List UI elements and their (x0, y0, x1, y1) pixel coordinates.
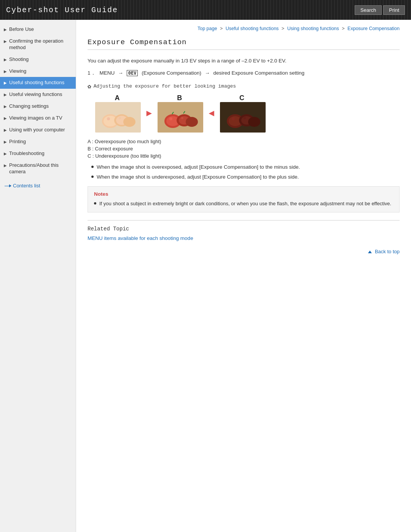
notes-item-1: If you shoot a subject in extremely brig… (94, 200, 393, 208)
notes-box: Notes If you shoot a subject in extremel… (88, 186, 400, 212)
bullet-list: When the image shot is overexposed, adju… (91, 163, 400, 181)
sidebar-label-viewing: Viewing (9, 68, 71, 75)
sidebar-label-shooting: Shooting (9, 56, 71, 63)
sidebar-label-useful-viewing: Useful viewing functions (9, 91, 71, 98)
sidebar: ▶Before Use▶Confirming the operation met… (0, 20, 76, 532)
sidebar-arrow-useful-shooting: ▶ (4, 80, 7, 85)
image-b-label: B (177, 94, 182, 102)
image-a-overexposed (95, 102, 141, 133)
svg-point-5 (123, 117, 135, 127)
breadcrumb-current[interactable]: Exposure Compensation (347, 26, 400, 31)
sidebar-item-viewing-tv[interactable]: ▶Viewing images on a TV (0, 112, 76, 124)
sidebar-arrow-printing: ▶ (4, 139, 7, 144)
step-1: 1． MENU → 0EV (Exposure Compensation) → … (88, 70, 400, 77)
breadcrumb: Top page > Useful shooting functions > U… (88, 26, 400, 31)
intro-text: You can adjust the exposure manually in … (88, 57, 400, 65)
step-arrow1: → (118, 70, 123, 76)
bullet-dot-2 (91, 176, 94, 178)
back-to-top[interactable]: Back to top (88, 249, 400, 254)
sidebar-item-printing[interactable]: ▶Printing (0, 136, 76, 148)
sidebar-label-troubleshooting: Troubleshooting (9, 150, 71, 157)
search-button[interactable]: Search (355, 5, 382, 15)
caption-list: A : Overexposure (too much light) B : Co… (88, 139, 400, 159)
bullet-text-2: When the image shot is underexposed, adj… (97, 173, 299, 181)
demo-arrow-left: ◄ (207, 108, 216, 118)
step-arrow2: → (205, 70, 210, 76)
sidebar-arrow-viewing-tv: ▶ (4, 116, 7, 121)
tip-title: ✿ Adjusting the exposure for better look… (88, 83, 400, 90)
step-menu: MENU (100, 70, 115, 76)
sidebar-label-useful-shooting: Useful shooting functions (9, 80, 71, 86)
breadcrumb-top[interactable]: Top page (198, 26, 217, 31)
back-to-top-label: Back to top (375, 249, 400, 254)
print-button[interactable]: Print (383, 5, 405, 15)
caption-a: A : Overexposure (too much light) (88, 139, 400, 144)
image-c-underexposed (220, 102, 266, 133)
svg-point-14 (169, 117, 172, 120)
sidebar-label-using-computer: Using with your computer (9, 127, 71, 133)
image-c-label: C (239, 94, 244, 102)
app-title: Cyber-shot User Guide (6, 6, 118, 14)
bullet-text-1: When the image shot is overexposed, adju… (97, 163, 300, 171)
sidebar-item-troubleshooting[interactable]: ▶Troubleshooting (0, 148, 76, 160)
page-title-section: Exposure Compensation (88, 38, 400, 50)
sidebar-arrow-precautions: ▶ (4, 163, 7, 168)
tip-icon: ✿ (88, 83, 91, 90)
bullet-item-1: When the image shot is overexposed, adju… (91, 163, 400, 171)
caption-b: B : Correct exposure (88, 146, 400, 152)
sidebar-arrow-shooting: ▶ (4, 57, 7, 62)
breadcrumb-useful-shooting[interactable]: Useful shooting functions (226, 26, 279, 31)
sidebar-label-viewing-tv: Viewing images on a TV (9, 115, 71, 121)
bullet-item-2: When the image shot is underexposed, adj… (91, 173, 400, 181)
tip-text: Adjusting the exposure for better lookin… (94, 83, 236, 89)
contents-list-label: Contents list (13, 183, 40, 189)
svg-point-6 (107, 117, 110, 120)
header-buttons: Search Print (355, 5, 405, 15)
breadcrumb-using-shooting[interactable]: Using shooting functions (287, 26, 339, 31)
svg-point-24 (232, 117, 235, 120)
sidebar-item-useful-shooting[interactable]: ▶Useful shooting functions (0, 77, 76, 89)
step-exposure-label: (Exposure Compensation) (140, 70, 201, 76)
bullet-dot-1 (91, 166, 94, 168)
svg-point-15 (181, 117, 183, 119)
sidebar-arrow-useful-viewing: ▶ (4, 92, 7, 97)
related-link[interactable]: MENU items available for each shooting m… (88, 235, 193, 241)
sidebar-label-before-use: Before Use (9, 26, 71, 33)
svg-point-13 (186, 117, 198, 127)
sidebar-arrow-troubleshooting: ▶ (4, 151, 7, 156)
sidebar-item-changing-settings[interactable]: ▶Changing settings (0, 101, 76, 112)
sidebar-item-before-use[interactable]: ▶Before Use (0, 24, 76, 35)
sidebar-arrow-viewing: ▶ (4, 69, 7, 74)
page-title: Exposure Compensation (88, 38, 400, 46)
sidebar-item-viewing[interactable]: ▶Viewing (0, 66, 76, 77)
sidebar-item-using-computer[interactable]: ▶Using with your computer (0, 124, 76, 136)
sidebar-label-precautions: Precautions/About this camera (9, 162, 71, 175)
svg-point-7 (119, 117, 121, 119)
sidebar-item-precautions[interactable]: ▶Precautions/About this camera (0, 160, 76, 178)
sidebar-item-shooting[interactable]: ▶Shooting (0, 54, 76, 66)
step-icon: 0EV (127, 70, 138, 76)
step-number: 1． (88, 70, 96, 77)
triangle-up-icon (368, 251, 372, 253)
main-content: Top page > Useful shooting functions > U… (76, 20, 411, 532)
demo-arrow-right: ► (145, 108, 154, 118)
sidebar-label-changing-settings: Changing settings (9, 103, 71, 110)
arrow-right-icon (5, 184, 11, 188)
sidebar-item-confirming[interactable]: ▶Confirming the operation method (0, 35, 76, 54)
notes-text-1: If you shoot a subject in extremely brig… (99, 200, 391, 208)
image-demo-row: A ► (95, 94, 400, 133)
svg-point-25 (244, 117, 246, 119)
related-section: Related Topic MENU items available for e… (88, 220, 400, 241)
header: Cyber-shot User Guide Search Print (0, 0, 411, 20)
sidebar-label-confirming: Confirming the operation method (9, 38, 71, 51)
tip-box: ✿ Adjusting the exposure for better look… (88, 83, 400, 133)
svg-point-23 (248, 117, 260, 127)
step-desired: desired Exposure Compensation setting (213, 70, 304, 76)
contents-list-link[interactable]: Contents list (0, 179, 76, 192)
related-title: Related Topic (88, 226, 400, 232)
sidebar-arrow-before-use: ▶ (4, 27, 7, 32)
sidebar-item-useful-viewing[interactable]: ▶Useful viewing functions (0, 89, 76, 101)
sidebar-arrow-changing-settings: ▶ (4, 104, 7, 109)
sidebar-label-printing: Printing (9, 139, 71, 145)
notes-title: Notes (94, 191, 393, 197)
